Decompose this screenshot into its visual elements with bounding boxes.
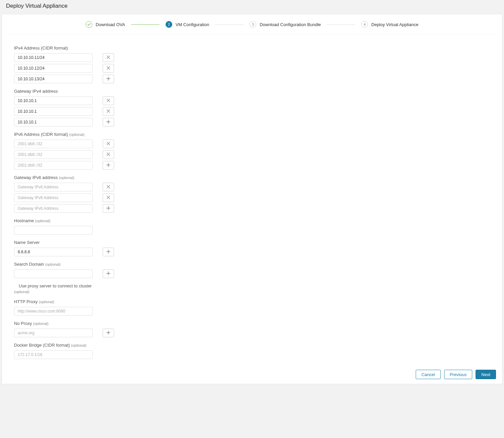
- plus-icon: [106, 163, 111, 168]
- step-connector: [131, 24, 160, 25]
- x-icon: [106, 195, 111, 201]
- step-download-ova[interactable]: Download OVA: [86, 21, 125, 28]
- search-domain-group: Search Domain (optional): [14, 262, 490, 278]
- gateway-ipv6-label: Gateway IPv6 address (optional): [14, 175, 490, 180]
- plus-icon: [106, 206, 111, 211]
- hostname-group: Hostname (optional): [14, 218, 490, 235]
- step-label: VM Configuration: [176, 22, 209, 27]
- ipv6-label: IPv6 Address (CIDR format) (optional): [14, 132, 490, 137]
- ipv6-input-2[interactable]: [14, 150, 93, 159]
- use-proxy-optional: (optional): [14, 290, 490, 294]
- x-icon: [106, 109, 111, 114]
- step-number-icon: 4: [361, 21, 368, 28]
- gateway-ipv4-label: Gateway IPv4 address: [14, 89, 490, 94]
- step-deploy[interactable]: 4 Deploy Virtual Appliance: [361, 21, 418, 28]
- add-button[interactable]: [103, 118, 114, 126]
- gateway-ipv6-group: Gateway IPv6 address (optional): [14, 175, 490, 213]
- remove-button[interactable]: [103, 193, 114, 202]
- hostname-input[interactable]: [14, 226, 93, 235]
- nameserver-group: Name Server: [14, 240, 490, 256]
- remove-button[interactable]: [103, 150, 114, 159]
- ipv4-input-2[interactable]: [14, 64, 93, 73]
- x-icon: [106, 152, 111, 158]
- add-button[interactable]: [103, 329, 114, 337]
- add-button[interactable]: [103, 204, 114, 213]
- docker-bridge-input[interactable]: [14, 350, 93, 359]
- form-body: IPv4 Address (CIDR format) Gateway IPv4 …: [2, 34, 502, 368]
- gateway-ipv6-input-1[interactable]: [14, 183, 93, 191]
- step-download-bundle[interactable]: 3 Download Configuration Bundle: [249, 21, 321, 28]
- add-button[interactable]: [103, 248, 114, 256]
- checkmark-icon: [86, 21, 92, 28]
- no-proxy-input[interactable]: [14, 329, 93, 337]
- add-button[interactable]: [103, 75, 114, 83]
- use-proxy-label: Use proxy server to connect to cluster: [19, 283, 92, 288]
- ipv4-label: IPv4 Address (CIDR format): [14, 46, 490, 51]
- add-button[interactable]: [103, 269, 114, 278]
- plus-icon: [106, 330, 111, 336]
- search-domain-label: Search Domain (optional): [14, 262, 490, 267]
- remove-button[interactable]: [103, 140, 114, 148]
- nameserver-label: Name Server: [14, 240, 490, 245]
- docker-bridge-label: Docker Bridge (CIDR format) (optional): [14, 343, 490, 348]
- step-label: Download Configuration Bundle: [260, 22, 321, 27]
- step-label: Download OVA: [96, 22, 125, 27]
- ipv4-input-1[interactable]: [14, 53, 93, 62]
- wizard-footer: Cancel Previous Next: [2, 368, 502, 379]
- plus-icon: [106, 249, 111, 255]
- proxy-toggle-group: Use proxy server to connect to cluster (…: [14, 283, 490, 294]
- nameserver-input[interactable]: [14, 248, 93, 256]
- step-label: Deploy Virtual Appliance: [371, 22, 418, 27]
- remove-button[interactable]: [103, 64, 114, 73]
- x-icon: [106, 66, 111, 71]
- http-proxy-input[interactable]: [14, 307, 93, 316]
- x-icon: [106, 55, 111, 61]
- search-domain-input[interactable]: [14, 269, 93, 278]
- plus-icon: [106, 271, 111, 277]
- gateway-ipv6-input-2[interactable]: [14, 193, 93, 202]
- previous-button[interactable]: Previous: [444, 370, 473, 379]
- no-proxy-label: No Proxy (optional): [14, 321, 490, 326]
- step-number-icon: 3: [249, 21, 256, 28]
- ipv4-group: IPv4 Address (CIDR format): [14, 46, 490, 83]
- no-proxy-group: No Proxy (optional): [14, 321, 490, 337]
- gateway-ipv4-input-2[interactable]: [14, 107, 93, 116]
- page-title: Deploy Virtual Appliance: [0, 0, 504, 13]
- cancel-button[interactable]: Cancel: [416, 370, 440, 379]
- docker-bridge-group: Docker Bridge (CIDR format) (optional): [14, 343, 490, 359]
- x-icon: [106, 141, 111, 147]
- ipv4-input-3[interactable]: [14, 75, 93, 83]
- remove-button[interactable]: [103, 183, 114, 191]
- step-connector: [327, 24, 355, 25]
- http-proxy-label: HTTP Proxy (optional): [14, 299, 490, 304]
- remove-button[interactable]: [103, 96, 114, 105]
- http-proxy-group: HTTP Proxy (optional): [14, 299, 490, 316]
- next-button[interactable]: Next: [476, 370, 496, 379]
- ipv6-group: IPv6 Address (CIDR format) (optional): [14, 132, 490, 170]
- gateway-ipv4-input-1[interactable]: [14, 96, 93, 105]
- gateway-ipv4-input-3[interactable]: [14, 118, 93, 126]
- hostname-label: Hostname (optional): [14, 218, 490, 223]
- x-icon: [106, 184, 111, 190]
- add-button[interactable]: [103, 161, 114, 170]
- x-icon: [106, 98, 111, 104]
- gateway-ipv4-group: Gateway IPv4 address: [14, 89, 490, 126]
- step-number-icon: 2: [166, 21, 172, 28]
- step-connector: [215, 24, 243, 25]
- step-vm-configuration[interactable]: 2 VM Configuration: [166, 21, 209, 28]
- remove-button[interactable]: [103, 53, 114, 62]
- wizard-panel: Download OVA 2 VM Configuration 3 Downlo…: [2, 14, 502, 384]
- remove-button[interactable]: [103, 107, 114, 116]
- ipv6-input-1[interactable]: [14, 140, 93, 148]
- plus-icon: [106, 76, 111, 82]
- plus-icon: [106, 119, 111, 125]
- gateway-ipv6-input-3[interactable]: [14, 204, 93, 213]
- ipv6-input-3[interactable]: [14, 161, 93, 170]
- stepper: Download OVA 2 VM Configuration 3 Downlo…: [8, 14, 496, 34]
